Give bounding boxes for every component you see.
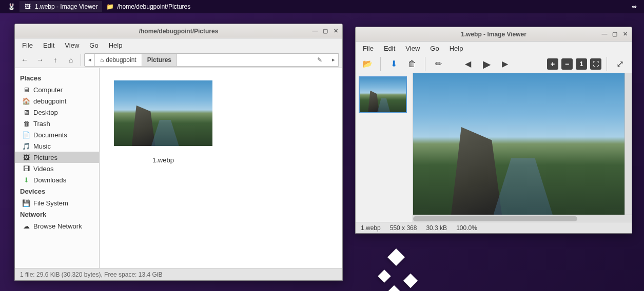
menu-go[interactable]: Go <box>84 39 103 51</box>
close-button[interactable]: ✕ <box>331 26 340 35</box>
taskbar-item-image-viewer[interactable]: 🖼 1.webp - Image Viewer <box>19 1 102 12</box>
sidebar-item-downloads[interactable]: ⬇Downloads <box>15 174 99 185</box>
scrollbar-thumb[interactable] <box>413 216 577 221</box>
sidebar-item-label: Computer <box>33 86 63 94</box>
file-manager-window: /home/debugpoint/Pictures — ▢ ✕ File Edi… <box>14 24 343 281</box>
drive-icon: 💾 <box>22 199 30 207</box>
downloads-icon: ⬇ <box>22 176 30 184</box>
taskbar-item-file-manager[interactable]: 📁 /home/debugpoint/Pictures <box>102 1 195 12</box>
nav-back-button[interactable]: ← <box>18 53 31 67</box>
maximize-button[interactable]: ▢ <box>610 29 619 38</box>
fit-icon: ⛶ <box>593 60 599 68</box>
sidebar-item-videos[interactable]: 🎞Videos <box>15 163 99 174</box>
sidebar-item-label: Downloads <box>33 176 66 184</box>
document-icon: 📄 <box>22 131 30 139</box>
status-zoom: 100.0% <box>456 224 477 232</box>
sidebar-item-computer[interactable]: 🖥Computer <box>15 84 99 95</box>
xfce-logo-icon: 🐰 <box>7 3 15 11</box>
sidebar-item-home[interactable]: 🏠debugpoint <box>15 95 99 107</box>
fm-icon-view[interactable]: 1.webp <box>100 68 342 268</box>
nav-forward-button[interactable]: → <box>33 53 47 67</box>
monitor-icon: 🖥 <box>22 86 30 94</box>
file-item[interactable]: 1.webp <box>112 80 214 164</box>
zoom-in-button[interactable]: + <box>547 58 558 70</box>
displayed-image <box>413 73 625 215</box>
prev-image-button[interactable]: ◀ <box>460 56 476 72</box>
breadcrumb-pictures[interactable]: Pictures <box>142 54 177 66</box>
edit-button[interactable]: ✏ <box>431 56 446 72</box>
nav-home-button[interactable]: ⌂ <box>64 53 77 67</box>
iv-thumbnail[interactable] <box>359 76 407 113</box>
path-right-button[interactable]: ▸ <box>328 54 339 66</box>
sidebar-item-pictures[interactable]: 🖼Pictures <box>15 152 99 163</box>
sidebar-item-label: Videos <box>33 165 54 173</box>
folder-icon: 📂 <box>362 59 373 69</box>
minimize-button[interactable]: — <box>600 29 609 38</box>
menu-view[interactable]: View <box>400 43 425 54</box>
iv-main-pane <box>413 73 632 222</box>
save-button[interactable]: ⬇ <box>386 56 401 72</box>
desktop-icon: 🖥 <box>22 108 30 116</box>
menu-file[interactable]: File <box>358 43 379 54</box>
menu-edit[interactable]: Edit <box>38 39 60 51</box>
wallpaper-cube <box>378 269 391 282</box>
menu-view[interactable]: View <box>60 39 84 51</box>
pathbar-fill: ✎ <box>177 53 328 67</box>
delete-button[interactable]: 🗑 <box>404 56 420 72</box>
status-filename: 1.webp <box>361 224 381 232</box>
sidebar-item-label: Trash <box>33 120 50 128</box>
orig-icon: 1 <box>580 60 583 68</box>
close-button[interactable]: ✕ <box>620 29 630 38</box>
zoom-fit-button[interactable]: ⛶ <box>590 58 601 70</box>
sidebar-item-filesystem[interactable]: 💾File System <box>15 197 99 209</box>
file-name-label: 1.webp <box>152 156 174 164</box>
app-menu-button[interactable]: 🐰 <box>3 1 19 12</box>
maximize-button[interactable]: ▢ <box>321 26 330 35</box>
iv-menubar: File Edit View Go Help <box>356 41 632 55</box>
next-icon: ▶ <box>502 59 508 69</box>
breadcrumb-home[interactable]: ⌂ debugpoint <box>95 54 142 66</box>
status-dimensions: 550 x 368 <box>390 224 417 232</box>
trash-icon: 🗑 <box>22 119 30 128</box>
nav-up-button[interactable]: ↑ <box>49 53 62 67</box>
menu-help[interactable]: Help <box>444 43 469 54</box>
open-button[interactable]: 📂 <box>360 56 375 72</box>
fullscreen-button[interactable]: ⤢ <box>612 56 628 72</box>
videos-icon: 🎞 <box>22 164 30 173</box>
play-icon: ▶ <box>483 58 491 70</box>
menu-go[interactable]: Go <box>425 43 444 54</box>
iv-image-canvas[interactable] <box>413 73 625 215</box>
taskbar-label: 1.webp - Image Viewer <box>35 3 98 10</box>
menu-help[interactable]: Help <box>104 39 128 51</box>
zoom-out-button[interactable]: − <box>561 58 573 70</box>
sidebar-item-browse-network[interactable]: ☁Browse Network <box>15 220 99 232</box>
slideshow-button[interactable]: ▶ <box>479 56 494 72</box>
status-filesize: 30.3 kB <box>426 224 447 232</box>
music-icon: 🎵 <box>22 142 30 150</box>
panel-expand-button[interactable]: ⇔ <box>628 2 641 12</box>
iv-thumbnail-strip[interactable] <box>356 73 413 222</box>
sidebar-item-trash[interactable]: 🗑Trash <box>15 118 99 129</box>
next-image-button[interactable]: ▶ <box>497 56 513 72</box>
home-icon: ⌂ <box>100 56 104 64</box>
fm-toolbar: ← → ↑ ⌂ ◂ ⌂ debugpoint Pictures ✎ ▸ <box>15 52 342 68</box>
sidebar-item-music[interactable]: 🎵Music <box>15 140 99 152</box>
path-edit-button[interactable]: ✎ <box>313 53 326 67</box>
breadcrumb-label: debugpoint <box>106 56 136 64</box>
fm-window-controls: — ▢ ✕ <box>310 26 340 35</box>
sidebar-item-documents[interactable]: 📄Documents <box>15 129 99 140</box>
menu-edit[interactable]: Edit <box>379 43 400 54</box>
horizontal-scrollbar[interactable] <box>413 215 632 222</box>
menu-file[interactable]: File <box>17 39 38 51</box>
zoom-orig-button[interactable]: 1 <box>576 58 587 70</box>
vertical-scrollbar[interactable] <box>625 73 632 215</box>
sidebar-item-label: Documents <box>33 131 67 139</box>
expand-icon: ⇔ <box>632 3 637 10</box>
breadcrumb-label: Pictures <box>147 56 171 64</box>
sidebar-item-desktop[interactable]: 🖥Desktop <box>15 107 99 118</box>
minimize-button[interactable]: — <box>310 26 320 35</box>
path-left-button[interactable]: ◂ <box>85 54 95 66</box>
fm-titlebar[interactable]: /home/debugpoint/Pictures — ▢ ✕ <box>15 24 342 38</box>
iv-titlebar[interactable]: 1.webp - Image Viewer — ▢ ✕ <box>356 27 632 41</box>
fullscreen-icon: ⤢ <box>616 58 624 70</box>
